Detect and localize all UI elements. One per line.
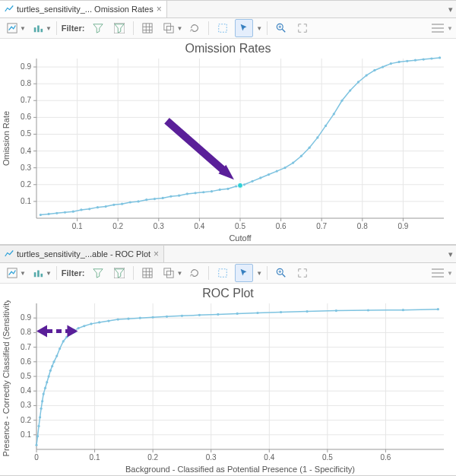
zoom-in-button[interactable] bbox=[272, 264, 290, 282]
tab-omission-rates[interactable]: turtles_sensitivity_... Omission Rates × bbox=[0, 1, 167, 17]
svg-point-80 bbox=[97, 206, 99, 208]
svg-point-101 bbox=[259, 176, 261, 179]
svg-point-199 bbox=[40, 408, 43, 410]
tab-roc-plot[interactable]: turtles_sensitivity_...able - ROC Plot × bbox=[0, 246, 164, 262]
svg-point-77 bbox=[72, 211, 74, 213]
svg-point-196 bbox=[36, 435, 39, 437]
filter-extent-button[interactable] bbox=[110, 264, 128, 282]
svg-rect-5 bbox=[143, 24, 152, 33]
svg-rect-138 bbox=[164, 268, 171, 275]
options-menu-button[interactable] bbox=[432, 268, 444, 278]
svg-point-115 bbox=[373, 69, 375, 71]
clear-selection-button[interactable] bbox=[214, 19, 232, 37]
filter-label: Filter: bbox=[62, 268, 87, 278]
svg-text:0.5: 0.5 bbox=[322, 453, 333, 462]
svg-text:Background - Classified as Pot: Background - Classified as Potential Pre… bbox=[125, 465, 355, 474]
svg-text:0.7: 0.7 bbox=[21, 96, 31, 104]
rotate-button[interactable] bbox=[185, 264, 204, 282]
pane-omission: turtles_sensitivity_... Omission Rates ×… bbox=[0, 0, 456, 245]
svg-point-74 bbox=[47, 213, 49, 215]
svg-text:0.8: 0.8 bbox=[357, 222, 368, 230]
svg-text:0.6: 0.6 bbox=[380, 453, 391, 462]
svg-point-83 bbox=[121, 203, 123, 205]
svg-point-229 bbox=[280, 311, 282, 313]
svg-point-121 bbox=[423, 59, 425, 61]
full-extent-button[interactable] bbox=[293, 264, 312, 282]
stats-button[interactable]: ▼ bbox=[29, 19, 52, 37]
chart-icon bbox=[5, 249, 14, 259]
select-tool-button[interactable] bbox=[235, 264, 253, 282]
svg-text:0.4: 0.4 bbox=[194, 222, 204, 230]
svg-text:0.7: 0.7 bbox=[21, 343, 31, 351]
svg-point-123 bbox=[439, 56, 441, 59]
svg-rect-0 bbox=[8, 24, 17, 33]
svg-point-208 bbox=[55, 355, 58, 357]
svg-point-111 bbox=[340, 100, 343, 102]
full-extent-button[interactable] bbox=[293, 19, 312, 37]
svg-point-85 bbox=[137, 200, 139, 202]
svg-point-124 bbox=[238, 182, 243, 188]
separator bbox=[56, 266, 57, 280]
svg-rect-140 bbox=[219, 269, 227, 278]
separator bbox=[267, 266, 268, 280]
options-menu-button[interactable] bbox=[432, 24, 444, 33]
chart-view-button[interactable]: ▼ bbox=[3, 264, 26, 282]
tab-strip-menu[interactable]: ▾ bbox=[448, 246, 453, 262]
options-menu-caret[interactable]: ▼ bbox=[447, 270, 453, 277]
close-icon[interactable]: × bbox=[154, 249, 159, 259]
grid-button[interactable] bbox=[138, 264, 157, 282]
tab-strip-menu[interactable]: ▾ bbox=[448, 1, 453, 17]
svg-point-219 bbox=[117, 319, 119, 321]
svg-text:0.1: 0.1 bbox=[21, 430, 31, 439]
svg-point-110 bbox=[333, 113, 335, 115]
overlay-button[interactable]: ▼ bbox=[160, 19, 182, 37]
separator bbox=[56, 21, 57, 35]
stats-button[interactable]: ▼ bbox=[29, 264, 52, 282]
svg-text:0.9: 0.9 bbox=[21, 62, 31, 71]
filter-selection-button[interactable] bbox=[89, 19, 107, 37]
svg-text:0.2: 0.2 bbox=[147, 453, 158, 462]
select-tool-dropdown[interactable]: ▼ bbox=[256, 270, 262, 277]
chart-view-button[interactable]: ▼ bbox=[3, 19, 26, 37]
svg-line-125 bbox=[167, 121, 224, 171]
svg-point-223 bbox=[166, 316, 168, 318]
svg-point-96 bbox=[226, 188, 229, 190]
filter-selection-button[interactable] bbox=[89, 264, 107, 282]
svg-point-78 bbox=[80, 208, 82, 211]
svg-text:0.2: 0.2 bbox=[112, 222, 123, 230]
svg-point-230 bbox=[306, 310, 308, 313]
svg-rect-131 bbox=[40, 274, 43, 277]
chart-canvas[interactable]: 0.10.20.30.40.50.60.70.80.900.10.20.30.4… bbox=[0, 300, 453, 475]
zoom-in-button[interactable] bbox=[272, 19, 290, 37]
svg-point-93 bbox=[202, 191, 204, 193]
clear-selection-button[interactable] bbox=[214, 264, 232, 282]
svg-point-226 bbox=[217, 313, 219, 316]
svg-point-220 bbox=[127, 318, 129, 320]
svg-text:Omission Rate: Omission Rate bbox=[2, 111, 11, 166]
svg-rect-133 bbox=[143, 268, 152, 278]
svg-point-91 bbox=[186, 192, 188, 195]
separator bbox=[208, 21, 209, 35]
chart-canvas[interactable]: 0.10.20.30.40.50.60.70.80.90.10.20.30.40… bbox=[0, 56, 453, 244]
svg-text:0.8: 0.8 bbox=[21, 79, 31, 87]
select-tool-dropdown[interactable]: ▼ bbox=[256, 25, 262, 32]
filter-extent-button[interactable] bbox=[110, 19, 128, 37]
close-icon[interactable]: × bbox=[157, 5, 162, 14]
svg-point-94 bbox=[211, 190, 213, 192]
chart-icon bbox=[5, 5, 14, 14]
overlay-button[interactable]: ▼ bbox=[160, 264, 182, 282]
rotate-button[interactable] bbox=[185, 19, 204, 37]
svg-point-104 bbox=[283, 167, 286, 169]
svg-text:0.6: 0.6 bbox=[21, 357, 31, 366]
tab-label: turtles_sensitivity_...able - ROC Plot bbox=[17, 249, 150, 259]
svg-point-118 bbox=[397, 61, 400, 63]
svg-text:0.4: 0.4 bbox=[264, 453, 274, 462]
separator bbox=[208, 266, 209, 280]
select-tool-button[interactable] bbox=[235, 19, 253, 37]
svg-point-215 bbox=[83, 325, 85, 327]
options-menu-caret[interactable]: ▼ bbox=[447, 25, 453, 32]
svg-point-112 bbox=[349, 89, 351, 91]
svg-point-205 bbox=[49, 370, 52, 372]
grid-button[interactable] bbox=[138, 19, 157, 37]
svg-point-102 bbox=[268, 173, 270, 176]
